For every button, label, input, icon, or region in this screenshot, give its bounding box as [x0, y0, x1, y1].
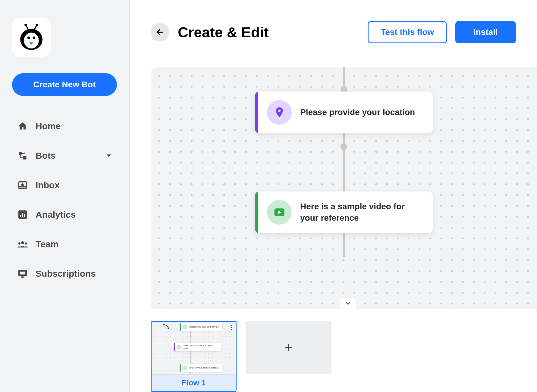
nav-label: Team	[36, 239, 58, 249]
svg-rect-15	[24, 214, 25, 217]
thumbnail-preview: Welcome to tour and travels Great! let u…	[152, 322, 236, 375]
kebab-menu-icon	[231, 325, 232, 330]
create-new-bot-button[interactable]: Create New Bot	[12, 73, 117, 96]
sidebar-item-inbox[interactable]: Inbox	[12, 172, 117, 199]
sidebar-item-analytics[interactable]: Analytics	[12, 201, 117, 228]
penguin-logo-icon	[18, 24, 45, 51]
sidebar-item-subscriptions[interactable]: Subscriptions	[12, 260, 117, 287]
app-logo	[12, 18, 51, 57]
subscriptions-icon	[17, 269, 28, 279]
arrow-left-icon	[156, 28, 164, 36]
svg-point-21	[278, 110, 281, 112]
home-icon	[17, 121, 28, 131]
svg-rect-13	[20, 215, 21, 217]
bots-icon	[17, 151, 28, 161]
flow-thumbnail[interactable]: Welcome to tour and travels Great! let u…	[151, 321, 237, 392]
svg-point-6	[27, 36, 30, 39]
svg-rect-9	[23, 156, 26, 159]
install-label: Install	[473, 27, 498, 37]
play-video-icon	[267, 200, 292, 225]
page-title: Create & Edit	[178, 24, 359, 41]
svg-point-16	[21, 241, 24, 244]
svg-point-10	[24, 152, 25, 154]
back-button[interactable]	[151, 23, 169, 42]
flow-node-dot	[341, 143, 347, 150]
svg-line-2	[34, 25, 37, 30]
thumbnail-label: Flow 1	[152, 375, 236, 391]
svg-point-18	[25, 242, 27, 244]
location-pin-icon	[267, 100, 292, 125]
page-header: Create & Edit Test this flow Install	[130, 0, 537, 52]
team-icon	[17, 239, 28, 249]
flow-tray: Welcome to tour and travels Great! let u…	[130, 309, 537, 392]
svg-rect-20	[20, 271, 26, 275]
nav-label: Inbox	[36, 180, 60, 190]
svg-point-5	[24, 33, 39, 48]
card-text: Please provide your location	[300, 107, 415, 118]
flow-card-location[interactable]: Please provide your location	[255, 92, 433, 133]
sidebar-item-bots[interactable]: Bots	[12, 142, 117, 169]
svg-line-0	[26, 25, 28, 30]
card-accent	[255, 92, 258, 133]
sidebar-item-home[interactable]: Home	[12, 113, 117, 140]
expand-tab[interactable]	[341, 298, 356, 309]
nav-label: Bots	[36, 151, 56, 161]
svg-rect-8	[19, 152, 22, 155]
add-flow-button[interactable]: +	[246, 321, 331, 374]
chevron-down-icon	[345, 300, 351, 307]
analytics-icon	[17, 210, 28, 220]
svg-rect-14	[22, 213, 23, 217]
nav-label: Analytics	[36, 210, 76, 220]
plus-icon: +	[284, 339, 293, 356]
main-content: Create & Edit Test this flow Install Ple…	[130, 0, 537, 392]
svg-point-17	[18, 242, 20, 244]
test-flow-label: Test this flow	[381, 27, 434, 37]
flow-canvas[interactable]: Please provide your location Here is a s…	[151, 67, 537, 309]
nav-label: Home	[36, 121, 61, 131]
sidebar-nav: Home Bots Inbox Analytics Team	[12, 113, 117, 287]
nav-label: Subscriptions	[36, 269, 96, 279]
svg-point-7	[33, 36, 35, 39]
chevron-down-icon	[107, 154, 111, 157]
card-accent	[255, 191, 258, 233]
sidebar: Create New Bot Home Bots Inbox Analy	[0, 0, 130, 392]
create-bot-label: Create New Bot	[33, 80, 96, 89]
inbox-icon	[17, 180, 28, 190]
install-button[interactable]: Install	[455, 21, 516, 43]
flow-card-video[interactable]: Here is a sample video for your referenc…	[255, 191, 433, 233]
card-text: Here is a sample video for your referenc…	[300, 201, 421, 224]
sidebar-item-team[interactable]: Team	[12, 231, 117, 258]
test-flow-button[interactable]: Test this flow	[368, 21, 447, 43]
